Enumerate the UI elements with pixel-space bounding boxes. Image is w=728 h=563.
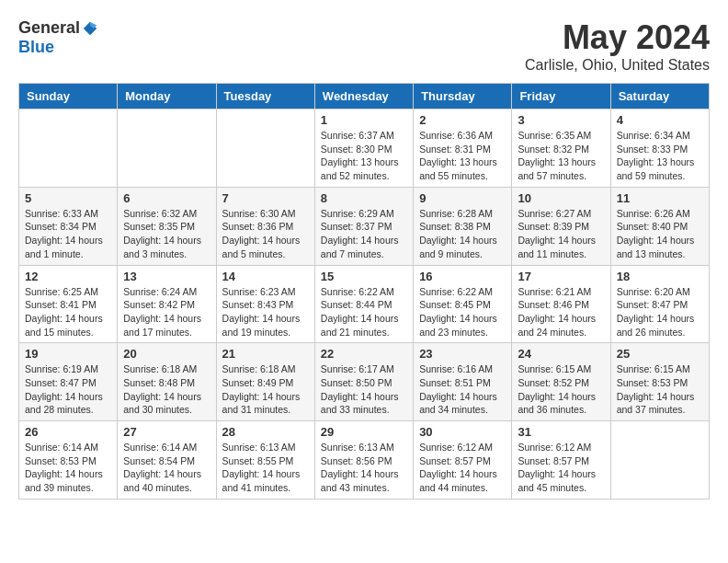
calendar-header-monday: Monday [118, 84, 216, 109]
day-info: Sunrise: 6:19 AM Sunset: 8:47 PM Dayligh… [25, 362, 111, 417]
day-number: 24 [518, 347, 604, 361]
day-number: 26 [25, 425, 111, 439]
day-info: Sunrise: 6:30 AM Sunset: 8:36 PM Dayligh… [222, 207, 309, 261]
day-info: Sunrise: 6:36 AM Sunset: 8:31 PM Dayligh… [419, 129, 506, 183]
calendar-header-row: SundayMondayTuesdayWednesdayThursdayFrid… [19, 84, 710, 109]
day-number: 18 [617, 270, 703, 283]
day-number: 10 [518, 191, 604, 205]
day-number: 9 [419, 191, 506, 205]
calendar-cell: 30Sunrise: 6:12 AM Sunset: 8:57 PM Dayli… [414, 421, 512, 500]
calendar-cell [118, 109, 216, 188]
calendar-cell: 12Sunrise: 6:25 AM Sunset: 8:41 PM Dayli… [19, 265, 118, 343]
day-number: 25 [617, 347, 703, 361]
calendar-cell: 14Sunrise: 6:23 AM Sunset: 8:43 PM Dayli… [216, 265, 314, 343]
calendar-cell: 23Sunrise: 6:16 AM Sunset: 8:51 PM Dayli… [414, 343, 512, 421]
day-info: Sunrise: 6:35 AM Sunset: 8:32 PM Dayligh… [518, 129, 604, 183]
calendar-cell [216, 109, 314, 188]
calendar-cell: 3Sunrise: 6:35 AM Sunset: 8:32 PM Daylig… [512, 109, 610, 188]
location: Carlisle, Ohio, United States [525, 57, 710, 74]
logo-icon [82, 20, 98, 37]
day-info: Sunrise: 6:29 AM Sunset: 8:37 PM Dayligh… [321, 207, 407, 261]
day-number: 29 [321, 425, 407, 439]
day-number: 4 [617, 113, 703, 127]
day-info: Sunrise: 6:14 AM Sunset: 8:53 PM Dayligh… [25, 441, 111, 495]
day-number: 28 [222, 425, 309, 439]
day-info: Sunrise: 6:23 AM Sunset: 8:43 PM Dayligh… [222, 285, 309, 339]
day-info: Sunrise: 6:13 AM Sunset: 8:55 PM Dayligh… [222, 441, 309, 495]
day-info: Sunrise: 6:15 AM Sunset: 8:52 PM Dayligh… [518, 362, 604, 417]
day-number: 2 [419, 113, 506, 127]
day-info: Sunrise: 6:22 AM Sunset: 8:44 PM Dayligh… [321, 285, 407, 339]
day-info: Sunrise: 6:25 AM Sunset: 8:41 PM Dayligh… [25, 285, 111, 339]
day-number: 6 [123, 191, 210, 205]
day-info: Sunrise: 6:13 AM Sunset: 8:56 PM Dayligh… [321, 441, 407, 495]
header: General Blue May 2024 Carlisle, Ohio, Un… [18, 18, 710, 74]
calendar-cell: 4Sunrise: 6:34 AM Sunset: 8:33 PM Daylig… [610, 109, 709, 188]
calendar-cell: 26Sunrise: 6:14 AM Sunset: 8:53 PM Dayli… [19, 421, 118, 500]
calendar-week-row: 26Sunrise: 6:14 AM Sunset: 8:53 PM Dayli… [19, 421, 710, 500]
day-info: Sunrise: 6:15 AM Sunset: 8:53 PM Dayligh… [617, 362, 703, 417]
day-number: 16 [419, 270, 506, 283]
day-number: 5 [25, 191, 111, 205]
calendar-cell: 31Sunrise: 6:12 AM Sunset: 8:57 PM Dayli… [512, 421, 610, 500]
calendar-cell: 13Sunrise: 6:24 AM Sunset: 8:42 PM Dayli… [118, 265, 216, 343]
logo-blue-text: Blue [18, 38, 54, 57]
calendar-cell: 25Sunrise: 6:15 AM Sunset: 8:53 PM Dayli… [610, 343, 709, 421]
day-info: Sunrise: 6:27 AM Sunset: 8:39 PM Dayligh… [518, 207, 604, 261]
calendar-cell: 2Sunrise: 6:36 AM Sunset: 8:31 PM Daylig… [414, 109, 512, 188]
calendar-cell: 29Sunrise: 6:13 AM Sunset: 8:56 PM Dayli… [314, 421, 413, 500]
day-info: Sunrise: 6:37 AM Sunset: 8:30 PM Dayligh… [321, 129, 407, 183]
day-number: 12 [25, 270, 111, 283]
day-info: Sunrise: 6:18 AM Sunset: 8:48 PM Dayligh… [123, 362, 210, 417]
calendar-week-row: 12Sunrise: 6:25 AM Sunset: 8:41 PM Dayli… [19, 265, 710, 343]
calendar-header-tuesday: Tuesday [216, 84, 314, 109]
calendar: SundayMondayTuesdayWednesdayThursdayFrid… [18, 83, 710, 500]
day-number: 11 [617, 191, 703, 205]
day-number: 17 [518, 270, 604, 283]
calendar-cell: 16Sunrise: 6:22 AM Sunset: 8:45 PM Dayli… [414, 265, 512, 343]
calendar-header-wednesday: Wednesday [314, 84, 413, 109]
day-number: 13 [123, 270, 210, 283]
calendar-cell: 22Sunrise: 6:17 AM Sunset: 8:50 PM Dayli… [314, 343, 413, 421]
title-area: May 2024 Carlisle, Ohio, United States [525, 18, 710, 74]
calendar-cell: 8Sunrise: 6:29 AM Sunset: 8:37 PM Daylig… [314, 187, 413, 265]
calendar-cell: 21Sunrise: 6:18 AM Sunset: 8:49 PM Dayli… [216, 343, 314, 421]
day-number: 20 [123, 347, 210, 361]
day-info: Sunrise: 6:22 AM Sunset: 8:45 PM Dayligh… [419, 285, 506, 339]
day-info: Sunrise: 6:26 AM Sunset: 8:40 PM Dayligh… [617, 207, 703, 261]
day-info: Sunrise: 6:17 AM Sunset: 8:50 PM Dayligh… [321, 362, 407, 417]
day-number: 1 [321, 113, 407, 127]
day-info: Sunrise: 6:12 AM Sunset: 8:57 PM Dayligh… [419, 441, 506, 495]
calendar-cell: 17Sunrise: 6:21 AM Sunset: 8:46 PM Dayli… [512, 265, 610, 343]
day-number: 23 [419, 347, 506, 361]
day-number: 8 [321, 191, 407, 205]
calendar-cell: 24Sunrise: 6:15 AM Sunset: 8:52 PM Dayli… [512, 343, 610, 421]
calendar-cell: 6Sunrise: 6:32 AM Sunset: 8:35 PM Daylig… [118, 187, 216, 265]
day-number: 22 [321, 347, 407, 361]
day-number: 21 [222, 347, 309, 361]
calendar-week-row: 1Sunrise: 6:37 AM Sunset: 8:30 PM Daylig… [19, 109, 710, 188]
day-info: Sunrise: 6:33 AM Sunset: 8:34 PM Dayligh… [25, 207, 111, 261]
day-info: Sunrise: 6:14 AM Sunset: 8:54 PM Dayligh… [123, 441, 210, 495]
calendar-cell: 18Sunrise: 6:20 AM Sunset: 8:47 PM Dayli… [610, 265, 709, 343]
calendar-cell [19, 109, 118, 188]
calendar-cell: 10Sunrise: 6:27 AM Sunset: 8:39 PM Dayli… [512, 187, 610, 265]
calendar-cell: 9Sunrise: 6:28 AM Sunset: 8:38 PM Daylig… [414, 187, 512, 265]
calendar-cell: 11Sunrise: 6:26 AM Sunset: 8:40 PM Dayli… [610, 187, 709, 265]
calendar-header-saturday: Saturday [610, 84, 709, 109]
calendar-cell: 27Sunrise: 6:14 AM Sunset: 8:54 PM Dayli… [118, 421, 216, 500]
calendar-cell: 20Sunrise: 6:18 AM Sunset: 8:48 PM Dayli… [118, 343, 216, 421]
calendar-cell: 7Sunrise: 6:30 AM Sunset: 8:36 PM Daylig… [216, 187, 314, 265]
day-number: 14 [222, 270, 309, 283]
day-number: 3 [518, 113, 604, 127]
day-info: Sunrise: 6:18 AM Sunset: 8:49 PM Dayligh… [222, 362, 309, 417]
day-info: Sunrise: 6:34 AM Sunset: 8:33 PM Dayligh… [617, 129, 703, 183]
day-info: Sunrise: 6:28 AM Sunset: 8:38 PM Dayligh… [419, 207, 506, 261]
calendar-cell: 1Sunrise: 6:37 AM Sunset: 8:30 PM Daylig… [314, 109, 413, 188]
calendar-header-thursday: Thursday [414, 84, 512, 109]
calendar-cell: 5Sunrise: 6:33 AM Sunset: 8:34 PM Daylig… [19, 187, 118, 265]
day-number: 15 [321, 270, 407, 283]
calendar-week-row: 5Sunrise: 6:33 AM Sunset: 8:34 PM Daylig… [19, 187, 710, 265]
day-number: 7 [222, 191, 309, 205]
day-number: 30 [419, 425, 506, 439]
